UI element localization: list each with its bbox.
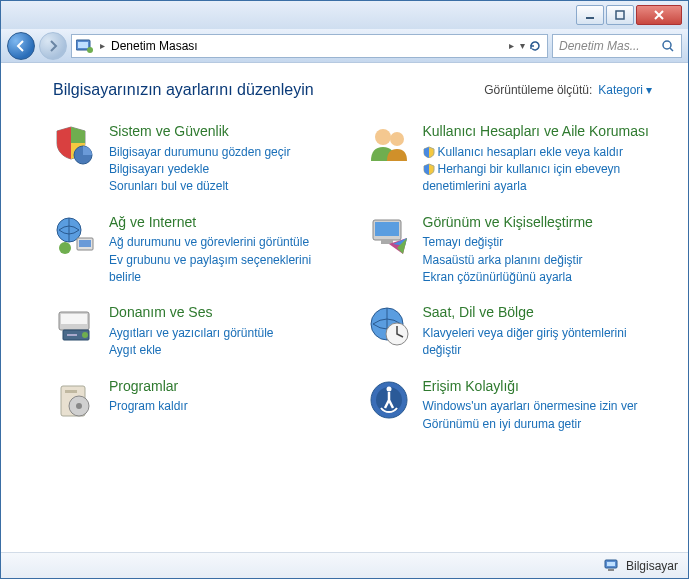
breadcrumb-root[interactable]: Denetim Masası	[111, 39, 503, 53]
svg-point-19	[375, 129, 391, 145]
appearance-icon	[367, 214, 411, 258]
svg-rect-1	[616, 11, 624, 19]
refresh-icon[interactable]	[527, 38, 543, 54]
group-link[interactable]: Herhangi bir kullanıcı için ebeveyn dene…	[423, 161, 653, 196]
status-text: Bilgisayar	[626, 559, 678, 573]
users-icon	[367, 123, 411, 167]
group-appearance: Görünüm ve Kişiselleştirme Temayı değişt…	[367, 214, 653, 287]
network-icon	[53, 214, 97, 258]
group-link[interactable]: Kullanıcı hesapları ekle veya kaldır	[423, 144, 653, 161]
group-title[interactable]: Kullanıcı Hesapları ve Aile Koruması	[423, 123, 653, 141]
chevron-right-icon: ▸	[100, 40, 105, 51]
view-value: Kategori	[598, 83, 643, 97]
svg-point-10	[59, 242, 71, 254]
group-hardware: Donanım ve Ses Aygıtları ve yazıcıları g…	[53, 304, 339, 359]
group-link[interactable]: Ağ durumunu ve görevlerini görüntüle	[109, 234, 339, 251]
svg-rect-0	[586, 17, 594, 19]
control-panel-icon	[76, 38, 94, 54]
search-input[interactable]: Denetim Mas...	[552, 34, 682, 58]
group-link[interactable]: Windows'un ayarları önermesine izin ver	[423, 398, 653, 415]
group-system-security: Sistem ve Güvenlik Bilgisayar durumunu g…	[53, 123, 339, 196]
group-link[interactable]: Aygıt ekle	[109, 342, 339, 359]
group-title[interactable]: Saat, Dil ve Bölge	[423, 304, 653, 322]
group-link[interactable]: Program kaldır	[109, 398, 339, 415]
group-title[interactable]: Erişim Kolaylığı	[423, 378, 653, 396]
svg-rect-30	[607, 562, 615, 566]
hardware-icon	[53, 304, 97, 348]
search-icon	[661, 39, 675, 53]
svg-rect-3	[78, 42, 88, 48]
group-title[interactable]: Programlar	[109, 378, 339, 396]
minimize-button[interactable]	[576, 5, 604, 25]
statusbar: Bilgisayar	[1, 552, 688, 578]
svg-rect-12	[61, 314, 87, 324]
group-link[interactable]: Bilgisayar durumunu gözden geçir	[109, 144, 339, 161]
address-bar[interactable]: ▸ Denetim Masası ▸ ▾	[71, 34, 548, 58]
group-link[interactable]: Temayı değiştir	[423, 234, 653, 251]
window: ▸ Denetim Masası ▸ ▾ Denetim Mas... Bilg…	[0, 0, 689, 579]
group-link[interactable]: Aygıtları ve yazıcıları görüntüle	[109, 325, 339, 342]
content-area: Bilgisayarınızın ayarlarını düzenleyin G…	[1, 63, 688, 552]
group-title[interactable]: Sistem ve Güvenlik	[109, 123, 339, 141]
svg-point-14	[82, 332, 88, 338]
maximize-button[interactable]	[606, 5, 634, 25]
group-link[interactable]: Ekran çözünürlüğünü ayarla	[423, 269, 653, 286]
programs-icon	[53, 378, 97, 422]
group-link[interactable]: Sorunları bul ve düzelt	[109, 178, 339, 195]
group-title[interactable]: Görünüm ve Kişiselleştirme	[423, 214, 653, 232]
close-button[interactable]	[636, 5, 682, 25]
chevron-right-icon: ▸	[509, 40, 514, 51]
titlebar	[1, 1, 688, 29]
svg-point-5	[663, 41, 671, 49]
svg-point-17	[76, 403, 82, 409]
clock-icon	[367, 304, 411, 348]
group-link[interactable]: Bilgisayarı yedekle	[109, 161, 339, 178]
ease-of-access-icon	[367, 378, 411, 422]
group-users: Kullanıcı Hesapları ve Aile Koruması Kul…	[367, 123, 653, 196]
group-clock: Saat, Dil ve Bölge Klavyeleri veya diğer…	[367, 304, 653, 359]
svg-point-20	[390, 132, 404, 146]
group-link[interactable]: Ev grubunu ve paylaşım seçeneklerini bel…	[109, 252, 339, 287]
svg-rect-18	[65, 390, 77, 393]
navbar: ▸ Denetim Masası ▸ ▾ Denetim Mas...	[1, 29, 688, 63]
group-link[interactable]: Masaüstü arka planını değiştir	[423, 252, 653, 269]
view-dropdown[interactable]: Kategori ▾	[598, 83, 652, 97]
svg-rect-9	[79, 240, 91, 247]
page-title: Bilgisayarınızın ayarlarını düzenleyin	[53, 81, 314, 99]
chevron-down-icon: ▾	[646, 83, 652, 97]
group-programs: Programlar Program kaldır	[53, 378, 339, 422]
left-column: Sistem ve Güvenlik Bilgisayar durumunu g…	[53, 123, 339, 433]
group-link[interactable]: Görünümü en iyi duruma getir	[423, 416, 653, 433]
computer-icon	[604, 559, 620, 573]
shield-icon	[423, 163, 435, 175]
group-title[interactable]: Donanım ve Ses	[109, 304, 339, 322]
system-security-icon	[53, 123, 97, 167]
view-control: Görüntüleme ölçütü: Kategori ▾	[484, 83, 652, 97]
svg-point-28	[386, 386, 391, 391]
svg-rect-31	[608, 569, 614, 571]
view-label: Görüntüleme ölçütü:	[484, 83, 592, 97]
dropdown-icon[interactable]: ▾	[520, 40, 525, 51]
forward-button[interactable]	[39, 32, 67, 60]
group-ease: Erişim Kolaylığı Windows'un ayarları öne…	[367, 378, 653, 433]
shield-icon	[423, 146, 435, 158]
group-link[interactable]: Klavyeleri veya diğer giriş yöntemlerini…	[423, 325, 653, 360]
group-title[interactable]: Ağ ve Internet	[109, 214, 339, 232]
svg-rect-22	[375, 222, 399, 236]
svg-point-4	[87, 47, 93, 53]
search-placeholder: Denetim Mas...	[559, 39, 640, 53]
back-button[interactable]	[7, 32, 35, 60]
group-network: Ağ ve Internet Ağ durumunu ve görevlerin…	[53, 214, 339, 287]
right-column: Kullanıcı Hesapları ve Aile Koruması Kul…	[367, 123, 653, 433]
